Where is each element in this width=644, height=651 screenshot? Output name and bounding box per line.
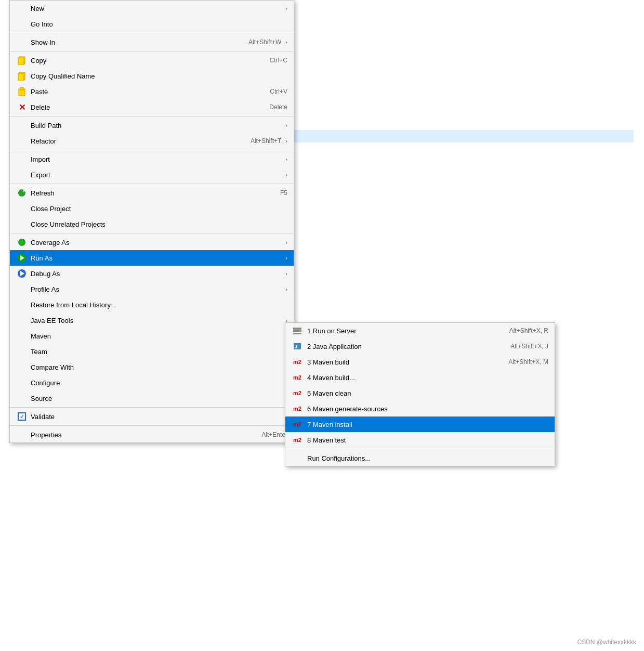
submenu-run-server[interactable]: 1 Run on Server Alt+Shift+X, R — [285, 323, 555, 338]
paste-icon — [16, 86, 28, 97]
go-into-label: Go Into — [31, 20, 287, 28]
menu-item-restore-history[interactable]: Restore from Local History... — [10, 297, 294, 313]
run-as-label: Run As — [31, 254, 281, 262]
debug-as-label: Debug As — [31, 270, 281, 278]
close-unrelated-label: Close Unrelated Projects — [31, 220, 287, 228]
menu-item-refactor[interactable]: Refactor Alt+Shift+T › — [10, 133, 294, 149]
copy-label: Copy — [31, 57, 254, 64]
profile-as-arrow: › — [285, 286, 287, 292]
menu-item-close-project[interactable]: Close Project — [10, 201, 294, 216]
properties-icon — [16, 429, 28, 440]
sep7 — [10, 407, 294, 408]
menu-item-team[interactable]: Team › — [10, 344, 294, 359]
submenu-maven-generate[interactable]: m2 6 Maven generate-sources — [285, 401, 555, 416]
menu-item-paste[interactable]: Paste Ctrl+V — [10, 84, 294, 99]
copy-icon — [16, 55, 28, 66]
submenu-sep1 — [285, 449, 555, 449]
menu-item-profile-as[interactable]: Profile As › — [10, 281, 294, 297]
submenu-run-configs[interactable]: Run Configurations... — [285, 450, 555, 466]
menu-item-show-in[interactable]: Show In Alt+Shift+W › — [10, 34, 294, 50]
import-arrow: › — [285, 156, 287, 162]
menu-item-run-as[interactable]: Run As › — [10, 250, 294, 266]
validate-label: Validate — [31, 413, 287, 421]
paste-shortcut: Ctrl+V — [270, 88, 287, 95]
refactor-arrow: › — [285, 138, 287, 144]
menu-item-copy-qualified[interactable]: Copy Qualified Name — [10, 68, 294, 84]
run-as-arrow: › — [285, 255, 287, 261]
run-server-icon — [292, 326, 303, 336]
new-icon — [16, 3, 28, 14]
svg-point-8 — [20, 241, 23, 244]
paste-label: Paste — [31, 88, 254, 96]
svg-text:J: J — [295, 344, 297, 349]
coverage-as-arrow: › — [285, 239, 287, 245]
build-path-arrow: › — [285, 122, 287, 128]
menu-item-configure[interactable]: Configure › — [10, 375, 294, 390]
refresh-icon — [16, 188, 28, 198]
show-in-arrow: › — [285, 39, 287, 45]
sep1 — [10, 33, 294, 33]
menu-item-new[interactable]: New › — [10, 1, 294, 16]
refactor-shortcut: Alt+Shift+T — [251, 137, 281, 145]
source-label: Source — [31, 395, 281, 402]
sep5 — [10, 184, 294, 184]
export-arrow: › — [285, 172, 287, 178]
menu-item-close-unrelated[interactable]: Close Unrelated Projects — [10, 216, 294, 232]
sep2 — [10, 51, 294, 51]
svg-rect-5 — [20, 87, 23, 90]
team-label: Team — [31, 348, 281, 356]
menu-item-refresh[interactable]: Refresh F5 — [10, 185, 294, 201]
submenu-maven-build[interactable]: m2 3 Maven build Alt+Shift+X, M — [285, 354, 555, 370]
copy-qualified-label: Copy Qualified Name — [31, 72, 287, 80]
menu-item-properties[interactable]: Properties Alt+Enter — [10, 427, 294, 442]
refresh-shortcut: F5 — [280, 189, 287, 197]
submenu-maven-test[interactable]: m2 8 Maven test — [285, 432, 555, 448]
menu-item-build-path[interactable]: Build Path › — [10, 118, 294, 133]
go-into-icon — [16, 19, 28, 29]
debug-as-arrow: › — [285, 270, 287, 277]
java-app-shortcut: Alt+Shift+X, J — [510, 343, 548, 350]
delete-shortcut: Delete — [269, 103, 287, 111]
sep8 — [10, 425, 294, 426]
profile-as-label: Profile As — [31, 285, 281, 293]
menu-item-coverage-as[interactable]: Coverage As › — [10, 235, 294, 250]
submenu-maven-clean[interactable]: m2 5 Maven clean — [285, 385, 555, 401]
restore-history-label: Restore from Local History... — [31, 301, 287, 309]
compare-with-icon — [16, 362, 28, 372]
coverage-as-icon — [16, 237, 28, 248]
refresh-label: Refresh — [31, 189, 265, 197]
java-ee-tools-icon — [16, 315, 28, 326]
source-icon — [16, 393, 28, 403]
menu-item-compare-with[interactable]: Compare With › — [10, 359, 294, 375]
coverage-as-label: Coverage As — [31, 239, 281, 246]
delete-label: Delete — [31, 103, 254, 111]
close-project-icon — [16, 203, 28, 214]
svg-rect-1 — [18, 58, 24, 65]
menu-item-validate[interactable]: ✓ Validate — [10, 409, 294, 424]
menu-item-delete[interactable]: ✕ Delete Delete — [10, 99, 294, 115]
menu-item-go-into[interactable]: Go Into — [10, 16, 294, 32]
menu-item-java-ee-tools[interactable]: Java EE Tools › — [10, 313, 294, 328]
maven-clean-icon: m2 — [292, 388, 303, 398]
menu-item-copy[interactable]: Copy Ctrl+C — [10, 53, 294, 68]
submenu-java-app[interactable]: J 2 Java Application Alt+Shift+X, J — [285, 338, 555, 354]
close-unrelated-icon — [16, 219, 28, 229]
build-path-label: Build Path — [31, 122, 281, 129]
submenu-maven-build2[interactable]: m2 4 Maven build... — [285, 370, 555, 385]
close-project-label: Close Project — [31, 205, 287, 213]
maven-build-label: 3 Maven build — [307, 358, 498, 366]
menu-item-maven[interactable]: Maven › — [10, 328, 294, 344]
menu-item-debug-as[interactable]: Debug As › — [10, 266, 294, 281]
maven-icon — [16, 331, 28, 341]
maven-install-label: 7 Maven install — [307, 421, 548, 428]
submenu-maven-install[interactable]: m2 7 Maven install — [285, 416, 555, 432]
maven-clean-label: 5 Maven clean — [307, 389, 548, 397]
team-icon — [16, 346, 28, 357]
menu-item-import[interactable]: Import › — [10, 151, 294, 167]
delete-icon: ✕ — [16, 102, 28, 112]
menu-item-source[interactable]: Source › — [10, 390, 294, 406]
menu-item-export[interactable]: Export › — [10, 167, 294, 183]
watermark: CSDN @whitexxkkkk — [577, 639, 636, 646]
svg-point-18 — [299, 328, 300, 329]
maven-generate-label: 6 Maven generate-sources — [307, 405, 548, 413]
